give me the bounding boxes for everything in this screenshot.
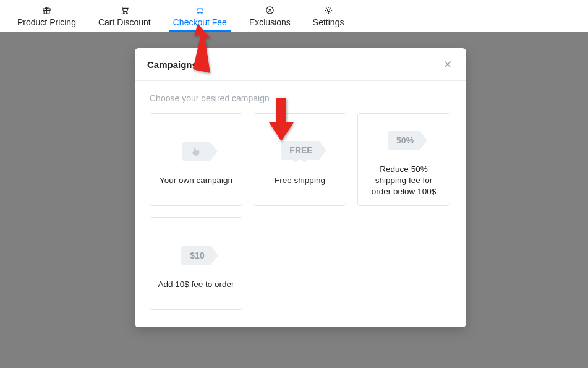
campaign-grid: Your own campaign FREE Free shipping 50%…: [150, 113, 451, 310]
top-tab-bar: Product Pricing Cart Discount Checkout F…: [0, 0, 588, 32]
modal-header: Campaigns: [135, 48, 466, 81]
card-badge: $10: [181, 237, 210, 274]
close-button[interactable]: [441, 58, 454, 71]
campaign-card-reduce-shipping[interactable]: 50% Reduce 50% shipping fee for order be…: [357, 113, 450, 206]
cart-icon: [119, 5, 129, 15]
tab-exclusions[interactable]: Exclusions: [238, 0, 302, 32]
tab-label: Product Pricing: [17, 17, 76, 27]
tab-checkout-fee[interactable]: Checkout Fee: [162, 0, 238, 32]
card-label: Reduce 50% shipping fee for order below …: [367, 164, 441, 198]
tab-label: Exclusions: [249, 17, 291, 27]
tab-label: Settings: [313, 17, 344, 27]
card-label: Add 10$ fee to order: [158, 279, 234, 290]
gear-icon: [323, 5, 333, 15]
card-badge: [182, 133, 210, 170]
campaign-card-custom[interactable]: Your own campaign: [150, 113, 242, 206]
svg-point-3: [123, 12, 124, 14]
modal-body: Choose your desired campaign Your own ca…: [135, 81, 466, 327]
card-label: Free shipping: [275, 175, 325, 186]
svg-point-10: [327, 9, 330, 11]
tab-label: Cart Discount: [98, 17, 151, 27]
campaign-card-free-shipping[interactable]: FREE Free shipping: [254, 113, 346, 206]
gift-icon: [41, 5, 51, 15]
tab-cart-discount[interactable]: Cart Discount: [87, 0, 162, 32]
tab-product-pricing[interactable]: Product Pricing: [6, 0, 87, 32]
card-badge: 50%: [388, 122, 420, 159]
campaigns-modal: Campaigns Choose your desired campaign Y…: [135, 48, 466, 327]
svg-point-4: [126, 12, 127, 14]
x-circle-icon: [265, 5, 275, 15]
modal-title: Campaigns: [147, 59, 197, 70]
modal-subtitle: Choose your desired campaign: [150, 93, 451, 103]
price-badge-icon: $10: [181, 246, 210, 265]
tab-settings[interactable]: Settings: [302, 0, 356, 32]
percent-badge-icon: 50%: [388, 131, 420, 150]
car-icon: [195, 5, 205, 15]
tab-label: Checkout Fee: [173, 17, 227, 27]
card-label: Your own campaign: [160, 175, 232, 186]
card-badge: FREE: [281, 133, 318, 170]
campaign-card-add-fee[interactable]: $10 Add 10$ fee to order: [150, 217, 242, 310]
hand-icon: [182, 142, 210, 161]
free-badge-icon: FREE: [281, 141, 318, 160]
